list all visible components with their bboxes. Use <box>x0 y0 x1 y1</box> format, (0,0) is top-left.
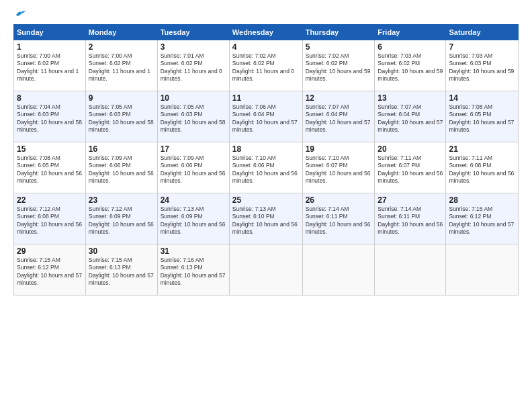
day-info: Sunrise: 7:02 AM Sunset: 6:02 PM Dayligh… <box>306 52 372 83</box>
table-row: 14 Sunrise: 7:08 AM Sunset: 6:05 PM Dayl… <box>446 91 519 142</box>
table-row: 29 Sunrise: 7:15 AM Sunset: 6:12 PM Dayl… <box>14 244 86 295</box>
table-row: 10 Sunrise: 7:05 AM Sunset: 6:03 PM Dayl… <box>157 91 229 142</box>
table-row <box>446 244 519 295</box>
table-row: 8 Sunrise: 7:04 AM Sunset: 6:03 PM Dayli… <box>14 91 86 142</box>
day-info: Sunrise: 7:11 AM Sunset: 6:07 PM Dayligh… <box>378 154 443 185</box>
day-info: Sunrise: 7:06 AM Sunset: 6:04 PM Dayligh… <box>232 103 300 134</box>
calendar-table: Sunday Monday Tuesday Wednesday Thursday… <box>13 24 519 295</box>
header-tuesday: Tuesday <box>157 25 229 40</box>
table-row: 16 Sunrise: 7:09 AM Sunset: 6:06 PM Dayl… <box>85 142 157 193</box>
day-info: Sunrise: 7:07 AM Sunset: 6:04 PM Dayligh… <box>378 103 443 134</box>
table-row <box>375 244 446 295</box>
day-info: Sunrise: 7:05 AM Sunset: 6:03 PM Dayligh… <box>161 103 226 134</box>
table-row: 15 Sunrise: 7:08 AM Sunset: 6:05 PM Dayl… <box>14 142 86 193</box>
table-row: 5 Sunrise: 7:02 AM Sunset: 6:02 PM Dayli… <box>302 40 375 91</box>
day-info: Sunrise: 7:16 AM Sunset: 6:13 PM Dayligh… <box>161 257 226 287</box>
day-info: Sunrise: 7:08 AM Sunset: 6:05 PM Dayligh… <box>449 103 515 134</box>
day-number: 16 <box>89 144 154 154</box>
day-info: Sunrise: 7:13 AM Sunset: 6:09 PM Dayligh… <box>161 205 226 236</box>
calendar-week-row: 1 Sunrise: 7:00 AM Sunset: 6:02 PM Dayli… <box>14 40 519 91</box>
day-info: Sunrise: 7:04 AM Sunset: 6:03 PM Dayligh… <box>17 103 83 134</box>
day-number: 10 <box>161 93 226 103</box>
day-info: Sunrise: 7:10 AM Sunset: 6:07 PM Dayligh… <box>306 154 372 185</box>
table-row <box>302 244 375 295</box>
calendar-week-row: 8 Sunrise: 7:04 AM Sunset: 6:03 PM Dayli… <box>14 91 519 142</box>
day-number: 11 <box>232 93 300 103</box>
table-row: 6 Sunrise: 7:03 AM Sunset: 6:02 PM Dayli… <box>375 40 446 91</box>
table-row: 7 Sunrise: 7:03 AM Sunset: 6:03 PM Dayli… <box>446 40 519 91</box>
day-number: 21 <box>449 144 515 154</box>
day-number: 26 <box>306 195 372 205</box>
day-number: 19 <box>306 144 372 154</box>
day-info: Sunrise: 7:11 AM Sunset: 6:08 PM Dayligh… <box>449 154 515 185</box>
calendar-week-row: 29 Sunrise: 7:15 AM Sunset: 6:12 PM Dayl… <box>14 244 519 295</box>
day-info: Sunrise: 7:05 AM Sunset: 6:03 PM Dayligh… <box>89 103 154 134</box>
table-row: 21 Sunrise: 7:11 AM Sunset: 6:08 PM Dayl… <box>446 142 519 193</box>
table-row: 3 Sunrise: 7:01 AM Sunset: 6:02 PM Dayli… <box>157 40 229 91</box>
table-row: 23 Sunrise: 7:12 AM Sunset: 6:09 PM Dayl… <box>85 193 157 244</box>
day-number: 4 <box>232 42 300 52</box>
day-info: Sunrise: 7:02 AM Sunset: 6:02 PM Dayligh… <box>232 52 300 83</box>
day-info: Sunrise: 7:03 AM Sunset: 6:03 PM Dayligh… <box>449 52 515 83</box>
table-row: 1 Sunrise: 7:00 AM Sunset: 6:02 PM Dayli… <box>14 40 86 91</box>
table-row: 25 Sunrise: 7:13 AM Sunset: 6:10 PM Dayl… <box>229 193 302 244</box>
day-number: 22 <box>17 195 83 205</box>
table-row: 19 Sunrise: 7:10 AM Sunset: 6:07 PM Dayl… <box>302 142 375 193</box>
day-info: Sunrise: 7:10 AM Sunset: 6:06 PM Dayligh… <box>232 154 300 185</box>
table-row: 27 Sunrise: 7:14 AM Sunset: 6:11 PM Dayl… <box>375 193 446 244</box>
day-number: 5 <box>306 42 372 52</box>
day-info: Sunrise: 7:09 AM Sunset: 6:06 PM Dayligh… <box>161 154 226 185</box>
day-number: 2 <box>89 42 154 52</box>
day-number: 31 <box>161 246 226 256</box>
table-row: 22 Sunrise: 7:12 AM Sunset: 6:08 PM Dayl… <box>14 193 86 244</box>
day-number: 17 <box>161 144 226 154</box>
day-info: Sunrise: 7:00 AM Sunset: 6:02 PM Dayligh… <box>17 52 83 83</box>
day-info: Sunrise: 7:14 AM Sunset: 6:11 PM Dayligh… <box>306 205 372 236</box>
day-info: Sunrise: 7:08 AM Sunset: 6:05 PM Dayligh… <box>17 154 83 185</box>
day-info: Sunrise: 7:13 AM Sunset: 6:10 PM Dayligh… <box>232 205 300 236</box>
table-row: 18 Sunrise: 7:10 AM Sunset: 6:06 PM Dayl… <box>229 142 302 193</box>
table-row: 12 Sunrise: 7:07 AM Sunset: 6:04 PM Dayl… <box>302 91 375 142</box>
day-number: 1 <box>17 42 83 52</box>
day-info: Sunrise: 7:14 AM Sunset: 6:11 PM Dayligh… <box>378 205 443 236</box>
header-friday: Friday <box>375 25 446 40</box>
header-wednesday: Wednesday <box>229 25 302 40</box>
day-info: Sunrise: 7:07 AM Sunset: 6:04 PM Dayligh… <box>306 103 372 134</box>
day-number: 20 <box>378 144 443 154</box>
day-number: 25 <box>232 195 300 205</box>
day-number: 3 <box>161 42 226 52</box>
day-number: 6 <box>378 42 443 52</box>
weekday-header-row: Sunday Monday Tuesday Wednesday Thursday… <box>14 25 519 40</box>
table-row: 17 Sunrise: 7:09 AM Sunset: 6:06 PM Dayl… <box>157 142 229 193</box>
day-info: Sunrise: 7:15 AM Sunset: 6:13 PM Dayligh… <box>89 257 154 287</box>
day-info: Sunrise: 7:15 AM Sunset: 6:12 PM Dayligh… <box>17 257 83 287</box>
table-row: 24 Sunrise: 7:13 AM Sunset: 6:09 PM Dayl… <box>157 193 229 244</box>
table-row: 11 Sunrise: 7:06 AM Sunset: 6:04 PM Dayl… <box>229 91 302 142</box>
day-number: 15 <box>17 144 83 154</box>
header <box>13 11 519 19</box>
day-number: 12 <box>306 93 372 103</box>
day-number: 30 <box>89 246 154 256</box>
day-number: 29 <box>17 246 83 256</box>
day-info: Sunrise: 7:01 AM Sunset: 6:02 PM Dayligh… <box>161 52 226 83</box>
logo-bird-icon <box>15 9 27 19</box>
table-row: 26 Sunrise: 7:14 AM Sunset: 6:11 PM Dayl… <box>302 193 375 244</box>
calendar-week-row: 15 Sunrise: 7:08 AM Sunset: 6:05 PM Dayl… <box>14 142 519 193</box>
day-number: 14 <box>449 93 515 103</box>
table-row: 30 Sunrise: 7:15 AM Sunset: 6:13 PM Dayl… <box>85 244 157 295</box>
page: Sunday Monday Tuesday Wednesday Thursday… <box>0 0 532 302</box>
header-monday: Monday <box>85 25 157 40</box>
table-row: 4 Sunrise: 7:02 AM Sunset: 6:02 PM Dayli… <box>229 40 302 91</box>
header-thursday: Thursday <box>302 25 375 40</box>
day-info: Sunrise: 7:09 AM Sunset: 6:06 PM Dayligh… <box>89 154 154 185</box>
day-info: Sunrise: 7:15 AM Sunset: 6:12 PM Dayligh… <box>449 205 515 236</box>
table-row: 28 Sunrise: 7:15 AM Sunset: 6:12 PM Dayl… <box>446 193 519 244</box>
day-number: 28 <box>449 195 515 205</box>
day-info: Sunrise: 7:12 AM Sunset: 6:08 PM Dayligh… <box>17 205 83 236</box>
day-info: Sunrise: 7:00 AM Sunset: 6:02 PM Dayligh… <box>89 52 154 83</box>
day-number: 23 <box>89 195 154 205</box>
day-number: 13 <box>378 93 443 103</box>
header-saturday: Saturday <box>446 25 519 40</box>
day-number: 7 <box>449 42 515 52</box>
table-row: 9 Sunrise: 7:05 AM Sunset: 6:03 PM Dayli… <box>85 91 157 142</box>
